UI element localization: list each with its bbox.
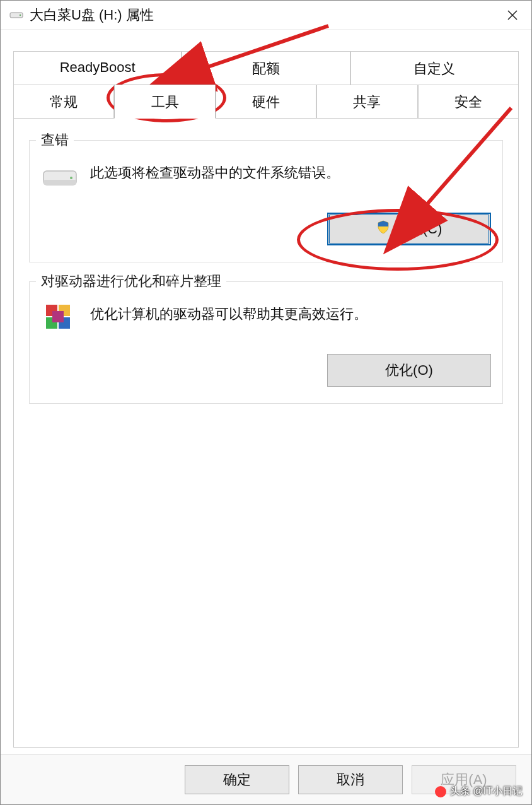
tab-panel-tools: 查错 此选项将检查驱动器中的文件系统错误。 (13, 118, 519, 748)
optimize-button[interactable]: 优化(O) (327, 354, 491, 387)
svg-rect-5 (43, 180, 76, 185)
group-error-checking: 查错 此选项将检查驱动器中的文件系统错误。 (29, 140, 503, 262)
group-optimize: 对驱动器进行优化和碎片整理 优化计算机的驱动器可以帮助其更高效运行。 (29, 281, 503, 404)
svg-point-6 (70, 177, 72, 179)
watermark-icon (435, 786, 446, 797)
watermark: 头条 @IT小日记 (435, 785, 523, 798)
check-button-label: 检查(C) (395, 220, 442, 238)
svg-rect-11 (52, 311, 64, 322)
cancel-button[interactable]: 取消 (298, 765, 403, 794)
tab-tools[interactable]: 工具 (114, 85, 215, 119)
tab-general[interactable]: 常规 (13, 85, 114, 118)
properties-dialog: 大白菜U盘 (H:) 属性 ReadyBoost 配额 自定义 常规 工具 硬件… (0, 0, 532, 805)
tab-readyboost[interactable]: ReadyBoost (13, 51, 182, 85)
watermark-text: 头条 @IT小日记 (450, 785, 523, 798)
title-bar: 大白菜U盘 (H:) 属性 (1, 1, 531, 30)
group-error-checking-desc: 此选项将检查驱动器中的文件系统错误。 (90, 161, 491, 184)
tab-customize[interactable]: 自定义 (350, 51, 519, 85)
tab-strip: ReadyBoost 配额 自定义 常规 工具 硬件 共享 安全 (13, 51, 519, 118)
tab-hardware[interactable]: 硬件 (216, 85, 316, 118)
content-area: ReadyBoost 配额 自定义 常规 工具 硬件 共享 安全 查错 (1, 30, 531, 754)
defrag-icon (41, 300, 79, 338)
close-button[interactable] (500, 3, 525, 28)
group-error-checking-legend: 查错 (36, 131, 74, 150)
drive-large-icon (41, 158, 79, 196)
close-icon (507, 9, 518, 21)
check-button[interactable]: 检查(C) (327, 213, 491, 245)
tab-quota[interactable]: 配额 (182, 51, 350, 85)
shield-icon (376, 220, 390, 238)
group-optimize-desc: 优化计算机的驱动器可以帮助其更高效运行。 (90, 302, 491, 326)
tab-security[interactable]: 安全 (418, 85, 519, 118)
ok-button[interactable]: 确定 (185, 765, 289, 794)
drive-icon (9, 11, 23, 20)
tab-sharing[interactable]: 共享 (316, 85, 417, 118)
group-optimize-legend: 对驱动器进行优化和碎片整理 (36, 272, 226, 291)
window-title: 大白菜U盘 (H:) 属性 (30, 6, 500, 25)
svg-point-1 (20, 14, 21, 15)
optimize-button-label: 优化(O) (385, 361, 433, 380)
